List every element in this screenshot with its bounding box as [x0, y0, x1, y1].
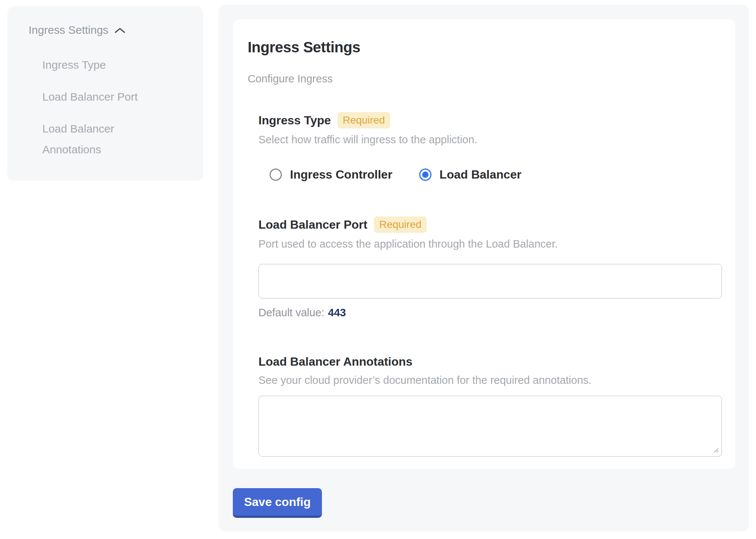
page-title: Ingress Settings — [248, 39, 735, 56]
settings-card: Ingress Settings Configure Ingress Ingre… — [233, 19, 735, 469]
radio-label-load-balancer: Load Balancer — [440, 168, 522, 182]
load-balancer-annotations-textarea[interactable] — [258, 396, 722, 457]
ingress-type-label-row: Ingress Type Required — [258, 112, 722, 128]
sidebar: Ingress Settings Ingress Type Load Balan… — [7, 6, 203, 181]
required-badge: Required — [338, 112, 390, 128]
radio-option-ingress-controller[interactable]: Ingress Controller — [270, 168, 392, 182]
annotations-textarea-wrap — [258, 396, 722, 457]
load-balancer-port-label-row: Load Balancer Port Required — [258, 216, 722, 233]
save-config-button[interactable]: Save config — [233, 488, 322, 518]
radio-selected-icon — [419, 169, 431, 181]
sidebar-item-load-balancer-annotations[interactable]: Load Balancer Annotations — [42, 118, 154, 160]
page: Ingress Settings Ingress Type Load Balan… — [0, 0, 756, 539]
radio-unselected-icon — [270, 169, 282, 181]
ingress-type-description: Select how traffic will ingress to the a… — [258, 133, 722, 146]
load-balancer-annotations-label-row: Load Balancer Annotations — [258, 354, 722, 369]
load-balancer-port-description: Port used to access the application thro… — [258, 237, 722, 251]
section-load-balancer-annotations: Load Balancer Annotations See your cloud… — [258, 354, 722, 457]
default-value-label: Default value: — [258, 306, 324, 319]
radio-option-load-balancer[interactable]: Load Balancer — [419, 168, 522, 182]
save-config-button-label: Save config — [244, 495, 311, 509]
default-value-number: 443 — [328, 306, 346, 319]
sidebar-item-ingress-type[interactable]: Ingress Type — [42, 55, 154, 75]
load-balancer-port-input[interactable] — [258, 264, 722, 298]
default-value-row: Default value: 443 — [258, 306, 722, 319]
required-badge: Required — [374, 216, 427, 233]
ingress-type-label: Ingress Type — [258, 113, 331, 128]
load-balancer-annotations-label: Load Balancer Annotations — [258, 354, 413, 369]
section-ingress-type: Ingress Type Required Select how traffic… — [258, 112, 722, 182]
page-subtitle: Configure Ingress — [248, 72, 735, 85]
load-balancer-port-label: Load Balancer Port — [258, 217, 367, 232]
ingress-type-radio-group: Ingress Controller Load Balancer — [270, 168, 722, 182]
chevron-up-icon — [114, 23, 126, 37]
resize-handle-icon[interactable] — [713, 447, 719, 453]
load-balancer-annotations-description: See your cloud provider’s documentation … — [258, 373, 722, 387]
sidebar-item-load-balancer-port[interactable]: Load Balancer Port — [42, 86, 154, 107]
section-load-balancer-port: Load Balancer Port Required Port used to… — [258, 216, 722, 319]
sidebar-group-label: Ingress Settings — [29, 23, 108, 37]
main-panel: Ingress Settings Configure Ingress Ingre… — [218, 5, 749, 532]
sidebar-group-toggle[interactable]: Ingress Settings — [29, 23, 192, 37]
radio-label-ingress-controller: Ingress Controller — [290, 168, 392, 182]
form-sections: Ingress Type Required Select how traffic… — [258, 112, 722, 457]
sidebar-item-list: Ingress Type Load Balancer Port Load Bal… — [29, 55, 192, 160]
